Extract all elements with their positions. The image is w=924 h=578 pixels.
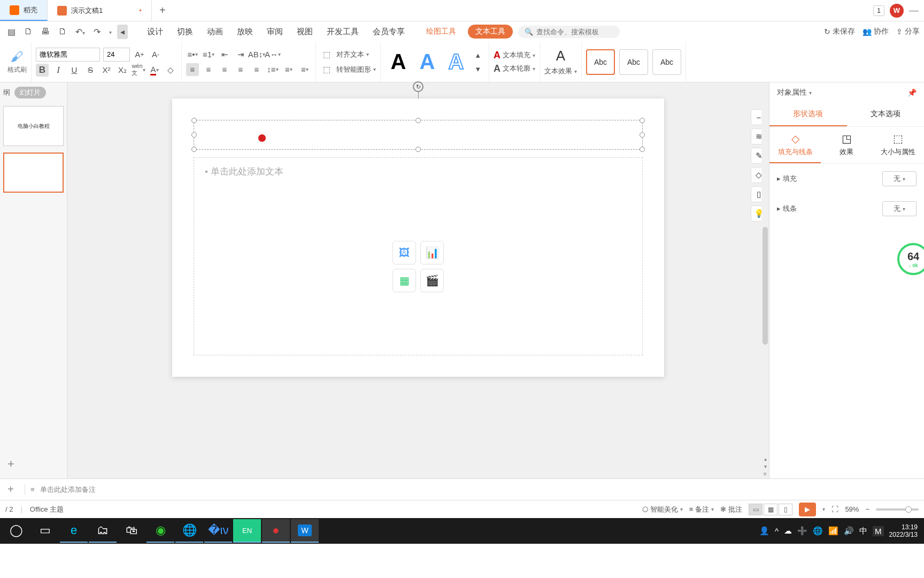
italic-button[interactable]: I: [52, 64, 65, 77]
slide-thumb-1[interactable]: 电脑小白教程: [3, 106, 64, 146]
pin-icon[interactable]: 📌: [907, 88, 917, 97]
tab-presentation[interactable]: 演示文稿1 •: [48, 0, 152, 21]
more-quick-button[interactable]: ▾: [106, 25, 115, 39]
new-tab-button[interactable]: +: [152, 0, 173, 21]
zoom-knob[interactable]: [905, 506, 912, 513]
redo-button[interactable]: ↷: [90, 25, 104, 39]
scroll-down-button[interactable]: ▾: [761, 463, 769, 471]
share-button[interactable]: ⇪分享: [896, 27, 920, 36]
notes-placeholder[interactable]: 单击此处添加备注: [40, 485, 96, 495]
edge-icon[interactable]: e: [60, 519, 88, 543]
resize-handle-nw[interactable]: [191, 118, 197, 123]
superscript-button[interactable]: X²: [100, 64, 113, 77]
abc-style-2[interactable]: Abc: [619, 49, 648, 75]
endnote-icon[interactable]: EN: [233, 519, 261, 543]
menu-design[interactable]: 设计: [146, 25, 164, 39]
collab-button[interactable]: 👥协作: [863, 27, 889, 36]
resize-handle-n[interactable]: [415, 118, 421, 123]
people-tray-icon[interactable]: 👤: [759, 526, 769, 536]
numbering-button[interactable]: ≡1▾: [202, 48, 215, 61]
shape-options-tab[interactable]: 形状选项: [769, 103, 847, 126]
normal-view-button[interactable]: ▭: [749, 504, 763, 515]
onedrive-icon[interactable]: ☁: [784, 526, 792, 536]
effect-subtab[interactable]: ◳效果: [821, 127, 872, 163]
insert-chart-button[interactable]: 📊: [420, 241, 444, 264]
resize-handle-w[interactable]: [191, 132, 197, 138]
zoom-slider[interactable]: [876, 508, 919, 511]
title-textbox[interactable]: [194, 120, 643, 150]
menu-transition[interactable]: 切换: [176, 25, 194, 39]
text-effect-button[interactable]: 文本效果▾: [544, 66, 577, 76]
wordart-style-2[interactable]: A: [414, 50, 441, 74]
draw-tool-tab[interactable]: 绘图工具: [419, 25, 464, 39]
line-spacing-button[interactable]: ↕≡▾: [266, 63, 279, 76]
text-outline-button[interactable]: A文本轮廓▾: [494, 63, 535, 74]
volume-icon[interactable]: 🔊: [844, 526, 854, 536]
bold-button[interactable]: B: [36, 64, 49, 77]
size-subtab[interactable]: ⬚大小与属性: [873, 127, 924, 163]
wordart-next-button[interactable]: ▾: [472, 63, 484, 75]
scroll-menu-button[interactable]: ≡: [761, 471, 769, 478]
underline-button[interactable]: U: [68, 64, 81, 77]
reading-view-button[interactable]: ▯: [779, 504, 792, 515]
insert-image-button[interactable]: 🖼: [392, 241, 416, 264]
add-slide-button[interactable]: +: [0, 450, 67, 478]
vscode-icon[interactable]: �ιν: [204, 519, 232, 543]
chrome-icon[interactable]: 🌐: [175, 519, 203, 543]
menu-animation[interactable]: 动画: [206, 25, 224, 39]
slideshow-dropdown[interactable]: ▾: [822, 506, 825, 512]
resize-handle-s[interactable]: [415, 147, 421, 152]
scrollbar-thumb[interactable]: [763, 227, 768, 345]
properties-title[interactable]: 对象属性 ▾: [777, 88, 812, 97]
resize-handle-se[interactable]: [640, 147, 645, 152]
collapse-ribbon-button[interactable]: ◂: [117, 25, 128, 39]
m-tray-icon[interactable]: M: [873, 526, 884, 536]
zoom-value[interactable]: 59%: [845, 505, 859, 513]
taskview-button[interactable]: ▭: [31, 519, 59, 543]
insert-video-button[interactable]: 🎬: [420, 269, 444, 292]
wifi-icon[interactable]: 📶: [828, 526, 838, 536]
menu-button[interactable]: ▤: [4, 25, 19, 39]
print-button[interactable]: 🖶: [38, 25, 53, 39]
not-saved-button[interactable]: ↻未保存: [824, 27, 855, 36]
clock[interactable]: 13:19 2022/3/13: [889, 523, 918, 539]
align-distribute-button[interactable]: ≡: [250, 63, 263, 76]
align-right-button[interactable]: ≡: [218, 63, 231, 76]
wordart-prev-button[interactable]: ▴: [472, 49, 484, 62]
slides-tab[interactable]: 幻灯片: [14, 87, 46, 98]
outline-tab[interactable]: 纲: [3, 88, 10, 97]
smart-graphic-button[interactable]: 转智能图形▾: [336, 65, 376, 74]
text-effect-icon[interactable]: A: [556, 48, 565, 64]
abc-style-1[interactable]: Abc: [586, 49, 615, 75]
font-color-button[interactable]: A▾: [148, 64, 161, 77]
rotate-handle[interactable]: ↻: [413, 81, 424, 92]
after-spacing-button[interactable]: ≡▾: [298, 63, 311, 76]
font-size-select[interactable]: [103, 48, 130, 62]
vertical-scrollbar[interactable]: ▴ ▾ ≡: [761, 82, 769, 478]
content-textbox[interactable]: • 单击此处添加文本 🖼 📊 ▦ 🎬: [194, 157, 643, 355]
decrease-font-button[interactable]: A-: [149, 48, 162, 61]
add-slide-bottom-button[interactable]: +: [7, 483, 19, 496]
line-select[interactable]: 无 ▾: [882, 201, 917, 216]
save-button[interactable]: 🗋: [21, 25, 36, 39]
sorter-view-button[interactable]: ▦: [764, 504, 777, 515]
align-text-icon[interactable]: ⬚: [320, 48, 333, 61]
menu-member[interactable]: 会员专享: [372, 25, 406, 39]
decrease-indent-button[interactable]: ⇤: [218, 48, 231, 61]
print-preview-button[interactable]: 🗋: [55, 25, 70, 39]
text-tool-tab[interactable]: 文本工具: [468, 25, 513, 39]
pinyin-button[interactable]: wén文▾: [132, 64, 145, 77]
menu-review[interactable]: 审阅: [266, 25, 284, 39]
start-button[interactable]: ◯: [2, 519, 30, 543]
insert-table-button[interactable]: ▦: [392, 269, 416, 292]
format-brush-icon[interactable]: 🖌: [11, 49, 24, 64]
increase-font-button[interactable]: A+: [133, 48, 146, 61]
wordart-style-3[interactable]: A: [443, 50, 469, 74]
scroll-up-button[interactable]: ▴: [761, 456, 769, 463]
security-tray-icon[interactable]: ➕: [797, 526, 807, 536]
text-fill-button[interactable]: A文本填充▾: [494, 50, 535, 61]
browser360-icon[interactable]: ◉: [147, 519, 174, 543]
resize-handle-sw[interactable]: [191, 147, 197, 152]
beautify-button[interactable]: ⬡智能美化▾: [642, 505, 683, 514]
store-icon[interactable]: 🛍: [118, 519, 145, 543]
